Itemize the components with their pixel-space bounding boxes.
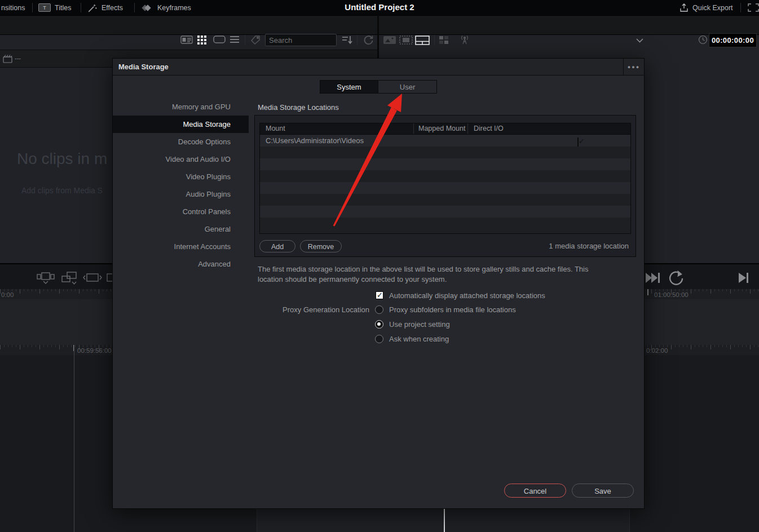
- sidebar-item-media-storage[interactable]: Media Storage: [113, 116, 249, 133]
- sidebar-item-internet-accounts[interactable]: Internet Accounts: [113, 238, 249, 255]
- tab-effects-label: Effects: [102, 4, 123, 12]
- top-menu-bar: nsitions T Titles Effects Keyframes Unti…: [0, 0, 759, 15]
- card-view-icon[interactable]: [180, 36, 193, 44]
- ruler-label: 00:59:56:00: [77, 347, 112, 354]
- proxy-subfolders-label[interactable]: Proxy subfolders in media file locations: [389, 305, 516, 314]
- quick-export-label: Quick Export: [692, 4, 733, 12]
- ruler-label: 0:02:00: [646, 347, 668, 354]
- sidebar-item-video-audio-io[interactable]: Video and Audio I/O: [113, 150, 249, 168]
- export-upload-icon: [679, 3, 689, 12]
- ask-when-creating-label[interactable]: Ask when creating: [389, 335, 449, 343]
- proxy-generation-label: Proxy Generation Location: [254, 305, 369, 314]
- sidebar-item-memory-and-gpu[interactable]: Memory and GPU: [113, 98, 249, 116]
- tab-titles[interactable]: T Titles: [38, 0, 71, 15]
- sidebar-item-general[interactable]: General: [113, 220, 249, 238]
- append-clip-icon[interactable]: [36, 271, 55, 285]
- cancel-button[interactable]: Cancel: [504, 484, 566, 498]
- checker-icon[interactable]: [439, 36, 449, 45]
- viewer-playhead-tick[interactable]: [647, 289, 648, 295]
- table-row[interactable]: [260, 194, 630, 206]
- list-view-icon[interactable]: [230, 36, 240, 43]
- media-pool-toolbar: 00:00:00:00: [0, 15, 759, 35]
- loop-icon[interactable]: [667, 270, 686, 286]
- sidebar-item-control-panels[interactable]: Control Panels: [113, 203, 249, 220]
- auto-display-checkbox[interactable]: [376, 291, 383, 299]
- divider: [740, 3, 741, 12]
- column-header-mount[interactable]: Mount: [260, 123, 413, 134]
- live-media-icon[interactable]: [399, 36, 413, 45]
- sidebar-label: Memory and GPU: [172, 103, 231, 111]
- table-row[interactable]: [260, 158, 630, 170]
- divider: [245, 35, 245, 45]
- tab-effects[interactable]: Effects: [87, 0, 123, 15]
- add-button[interactable]: Add: [259, 240, 295, 252]
- search-input[interactable]: [265, 34, 337, 46]
- dialog-header[interactable]: Media Storage ●●●: [113, 59, 644, 76]
- chevron-down-icon[interactable]: [636, 38, 643, 43]
- column-header-direct-io[interactable]: Direct I/O: [467, 123, 630, 134]
- tab-transitions[interactable]: nsitions: [1, 0, 25, 15]
- skip-to-end-icon[interactable]: [645, 271, 661, 285]
- auto-display-label[interactable]: Automatically display attached storage l…: [389, 291, 545, 300]
- media-storage-dialog: Media Storage ●●● System User Memory and…: [112, 58, 645, 509]
- dialog-options-icon[interactable]: ●●●: [623, 59, 644, 75]
- tab-user[interactable]: User: [378, 80, 437, 94]
- strip-view-icon[interactable]: [213, 36, 226, 43]
- proxy-option-row: Ask when creating: [375, 334, 449, 343]
- ask-when-creating-radio[interactable]: [375, 335, 383, 343]
- proxy-subfolders-radio[interactable]: [375, 305, 383, 314]
- column-header-mapped-mount[interactable]: Mapped Mount: [413, 123, 467, 134]
- sort-icon[interactable]: [342, 36, 353, 45]
- table-row[interactable]: C:\Users\Administrator\Videos: [260, 135, 630, 147]
- clock-icon[interactable]: [698, 35, 708, 45]
- titles-icon-letter: T: [43, 5, 46, 11]
- broadcast-icon[interactable]: [460, 34, 470, 46]
- table-row[interactable]: [260, 147, 630, 158]
- divider: [81, 3, 81, 12]
- sidebar-item-decode-options[interactable]: Decode Options: [113, 133, 249, 150]
- table-row[interactable]: [260, 182, 630, 194]
- timecode-display[interactable]: 00:00:00:00: [709, 33, 757, 47]
- empty-state-title: No clips in m: [17, 150, 107, 168]
- storage-count-label: 1 media storage location: [549, 242, 629, 250]
- divider: [32, 3, 33, 12]
- fit-to-fill-icon[interactable]: [83, 271, 102, 285]
- fullscreen-icon[interactable]: [748, 0, 759, 15]
- tab-keyframes[interactable]: Keyframes: [141, 0, 191, 15]
- sidebar-label: Decode Options: [178, 138, 231, 146]
- direct-io-checkbox[interactable]: [577, 138, 579, 147]
- bin-label[interactable]: ---: [15, 55, 21, 61]
- sidebar-item-video-plugins[interactable]: Video Plugins: [113, 168, 249, 185]
- insert-clip-icon[interactable]: [60, 271, 79, 285]
- tab-titles-label: Titles: [55, 4, 71, 12]
- divider: [357, 35, 358, 45]
- sidebar-item-audio-plugins[interactable]: Audio Plugins: [113, 185, 249, 203]
- storyboard-view-icon[interactable]: [415, 36, 430, 45]
- ellipsis-glyph: ●●●: [628, 64, 640, 70]
- storage-locations-group: Mount Mapped Mount Direct I/O C:\Users\A…: [254, 115, 636, 257]
- project-title: Untitled Project 2: [345, 2, 414, 12]
- divider: [434, 35, 435, 45]
- titles-icon: T: [38, 3, 51, 12]
- use-project-setting-radio[interactable]: [375, 320, 383, 329]
- table-row[interactable]: [260, 170, 630, 182]
- refresh-icon[interactable]: [363, 34, 374, 45]
- ruler-label: 0:00: [1, 291, 14, 298]
- grid-view-icon[interactable]: [197, 36, 206, 45]
- sidebar-label: Internet Accounts: [174, 242, 231, 251]
- play-to-end-icon[interactable]: [736, 271, 751, 285]
- quick-export-button[interactable]: Quick Export: [679, 0, 733, 15]
- sidebar-item-advanced[interactable]: Advanced: [113, 255, 249, 273]
- use-project-setting-label[interactable]: Use project setting: [389, 320, 450, 329]
- dialog-tab-bar: System User: [320, 80, 437, 94]
- tag-icon[interactable]: [250, 35, 261, 45]
- table-row[interactable]: [260, 206, 630, 218]
- thumbnail-icon[interactable]: [383, 36, 396, 45]
- storage-locations-table: Mount Mapped Mount Direct I/O C:\Users\A…: [259, 123, 631, 234]
- save-button[interactable]: Save: [572, 484, 634, 498]
- table-row[interactable]: [260, 218, 630, 229]
- tab-system[interactable]: System: [320, 80, 378, 94]
- remove-button[interactable]: Remove: [300, 240, 342, 252]
- secondary-playhead-line[interactable]: [74, 345, 74, 532]
- sidebar-label: Advanced: [198, 260, 231, 268]
